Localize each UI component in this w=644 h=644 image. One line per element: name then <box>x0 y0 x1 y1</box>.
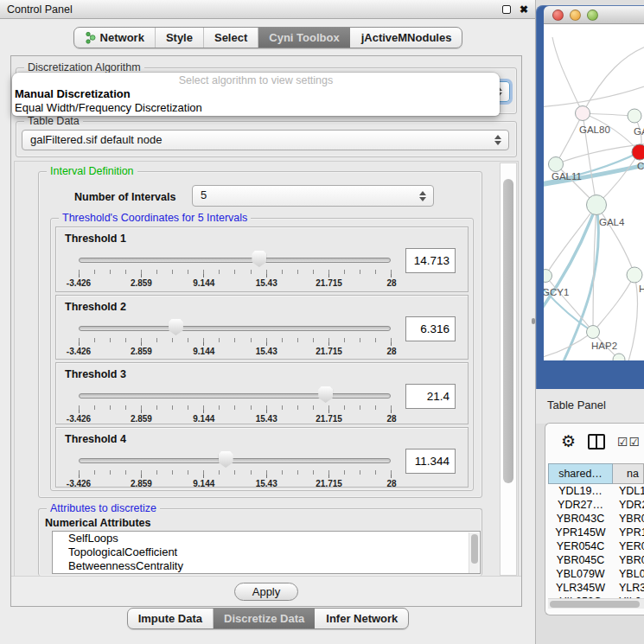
zoom-traffic-light[interactable] <box>587 10 598 21</box>
network-node-h[interactable] <box>627 267 642 283</box>
group-label: Attributes to discretize <box>47 502 160 514</box>
threshold-label: Threshold 1 <box>65 233 126 245</box>
scrollbar-thumb[interactable] <box>550 601 640 608</box>
threshold-label: Threshold 3 <box>65 368 126 380</box>
threshold-3-value-input[interactable] <box>405 384 456 409</box>
table-cell[interactable]: YER0 <box>613 539 644 553</box>
slider-thumb[interactable] <box>252 251 266 267</box>
tab-infer-network[interactable]: Infer Network <box>315 609 408 628</box>
tab-label: Network <box>100 31 144 44</box>
table-cell[interactable]: YBR043C <box>548 512 613 526</box>
algorithm-dropdown-popup: Select algorithm to view settings Manual… <box>12 73 500 116</box>
close-traffic-light[interactable] <box>552 10 564 21</box>
top-tabbar: Network Style Select Cyni Toolbox jActiv… <box>0 27 536 48</box>
settings-vertical-scrollbar[interactable] <box>500 163 517 576</box>
panel-divider-handle[interactable] <box>532 318 535 324</box>
minimize-traffic-light[interactable] <box>570 10 581 21</box>
gear-icon[interactable]: ⚙ <box>561 433 576 450</box>
column-header-name[interactable]: na <box>613 463 644 484</box>
tab-discretize-data[interactable]: Discretize Data <box>213 609 315 628</box>
slider-track[interactable] <box>79 393 391 399</box>
combo-arrows-icon <box>494 135 501 145</box>
table-row[interactable]: YBR045CYBR0 <box>548 553 644 567</box>
table-cell[interactable]: YBR0 <box>613 512 644 526</box>
network-node-gal11[interactable] <box>549 157 564 172</box>
list-item[interactable]: BetweennessCentrality <box>53 559 480 573</box>
network-node-gal80[interactable] <box>576 106 590 121</box>
tab-label: Infer Network <box>326 612 398 625</box>
control-panel: Control Panel ✖ Network <box>0 0 536 644</box>
slider-track[interactable] <box>79 326 391 331</box>
network-node-hap2[interactable] <box>587 326 600 339</box>
screenshot-root: Control Panel ✖ Network <box>0 0 644 644</box>
float-window-icon[interactable] <box>502 5 511 14</box>
threshold-4-slider[interactable]: -3.426 2.859 9.144 15.43 21.715 28 <box>79 450 391 488</box>
threshold-1-value-input[interactable] <box>405 248 456 273</box>
network-node-gcy1[interactable] <box>544 270 552 283</box>
numerical-attributes-label: Numerical Attributes <box>45 517 150 529</box>
apply-button[interactable]: Apply <box>234 583 299 601</box>
threshold-1-slider[interactable]: -3.426 2.859 9.144 15.43 21.715 28 <box>79 250 391 288</box>
network-node-gal4[interactable] <box>587 195 607 215</box>
list-item[interactable]: TopologicalCoefficient <box>53 545 480 559</box>
table-row[interactable]: YLR345WYLR3 <box>548 581 644 595</box>
combo-value: 5 <box>201 188 207 201</box>
column-header-shared-name[interactable]: shared… <box>548 463 613 484</box>
right-workspace: GAL80 GA C GAL11 GAL4 GCY1 H HAP2 Table … <box>536 0 644 644</box>
tab-impute-data[interactable]: Impute Data <box>128 609 213 628</box>
table-cell[interactable]: YDR2 <box>613 498 644 512</box>
tab-select[interactable]: Select <box>203 28 258 48</box>
scrollbar-thumb[interactable] <box>503 179 513 483</box>
table-cell[interactable]: YPR1 <box>613 526 644 539</box>
threshold-2-slider[interactable]: -3.426 2.859 9.144 15.43 21.715 28 <box>79 318 391 356</box>
tab-cyni-toolbox[interactable]: Cyni Toolbox <box>258 28 349 48</box>
table-horizontal-scrollbar[interactable] <box>548 598 644 609</box>
tab-network[interactable]: Network <box>74 28 155 48</box>
table-cell[interactable]: YLR345W <box>548 581 613 595</box>
table-cell[interactable]: YBL0 <box>613 567 644 581</box>
tab-style[interactable]: Style <box>155 28 203 48</box>
network-canvas[interactable]: GAL80 GA C GAL11 GAL4 GCY1 H HAP2 <box>544 24 644 360</box>
titlebar-actions: ✖ <box>502 5 528 14</box>
table-row[interactable]: YER054CYER0 <box>548 539 644 553</box>
close-icon[interactable]: ✖ <box>520 5 528 14</box>
table-cell[interactable]: YDL1 <box>613 484 644 498</box>
number-of-intervals-combobox[interactable]: 5 <box>192 185 434 207</box>
tab-label: Discretize Data <box>224 612 304 625</box>
table-row[interactable]: YDR27…YDR2 <box>548 498 644 512</box>
table-cell[interactable]: YLR3 <box>613 581 644 595</box>
slider-thumb[interactable] <box>169 319 183 335</box>
node-label-partial: C <box>637 161 644 171</box>
table-row[interactable]: YPR145WYPR1 <box>548 526 644 539</box>
list-item[interactable]: SelfLoops <box>53 532 480 545</box>
threshold-3-slider[interactable]: -3.426 2.859 9.144 15.43 21.715 28 <box>79 386 391 424</box>
table-cell[interactable]: YBR045C <box>548 553 613 567</box>
table-cell[interactable]: YPR145W <box>548 526 613 539</box>
dropdown-option-equal-width-frequency[interactable]: Equal Width/Frequency Discretization <box>12 101 500 115</box>
table-cell[interactable]: YBL079W <box>548 567 613 581</box>
list-vertical-scrollbar[interactable] <box>469 532 479 574</box>
table-cell[interactable]: YER054C <box>548 539 613 553</box>
network-node-red-selected[interactable] <box>632 144 644 160</box>
slider-thumb[interactable] <box>219 451 233 468</box>
table-cell[interactable]: YDL19… <box>548 484 613 498</box>
column-checkboxes-icon[interactable]: ☑☑ <box>617 435 641 449</box>
threshold-2-value-input[interactable] <box>405 316 456 341</box>
table-row[interactable]: YBR043CYBR0 <box>548 512 644 526</box>
slider-thumb[interactable] <box>318 386 333 403</box>
apply-strip: Apply <box>11 576 521 606</box>
tab-jactivemnodules[interactable]: jActiveMNodules <box>350 28 462 48</box>
table-cell[interactable]: YDR27… <box>548 498 613 512</box>
scrollbar-thumb[interactable] <box>471 534 478 564</box>
network-node-partial-top-right[interactable] <box>628 109 641 123</box>
split-columns-icon[interactable] <box>588 434 605 450</box>
numerical-attributes-list[interactable]: SelfLoops TopologicalCoefficient Between… <box>52 531 481 574</box>
table-data-combobox[interactable]: galFiltered.sif default node <box>22 130 509 150</box>
table-row[interactable]: YBL079WYBL0 <box>548 567 644 581</box>
table-cell[interactable]: YBR0 <box>613 553 644 567</box>
dropdown-option-manual-discretization[interactable]: Manual Discretization <box>12 87 500 101</box>
slider-track[interactable] <box>79 458 391 463</box>
slider-track[interactable] <box>79 258 391 263</box>
threshold-4-value-input[interactable] <box>405 449 456 474</box>
table-row[interactable]: YDL19…YDL1 <box>548 484 644 498</box>
